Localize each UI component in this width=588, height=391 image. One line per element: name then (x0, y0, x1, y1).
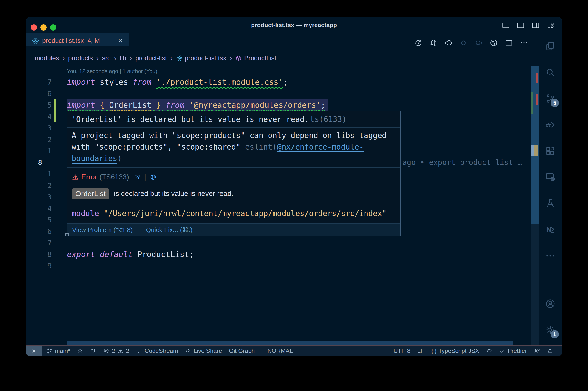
status-item-feedback[interactable] (530, 346, 543, 356)
line-number[interactable]: 3 (26, 122, 67, 134)
breadcrumb-item-product-list-tsx[interactable]: product-list.tsx (176, 54, 227, 62)
live-share-icon (185, 348, 191, 354)
status-item-copilot[interactable] (483, 346, 496, 356)
code-line: 7 (26, 237, 539, 249)
horizontal-scrollbar[interactable] (67, 341, 513, 345)
separator: | (144, 173, 146, 181)
line-number[interactable]: 1 (26, 168, 67, 180)
beaker-icon (545, 198, 556, 209)
code-line: 6 (26, 88, 539, 99)
module-path-row: module"/Users/juri/nrwl/content/myreacta… (67, 204, 400, 223)
git-branch-icon (46, 348, 53, 354)
activity-item-run-debug[interactable] (539, 112, 562, 138)
check-icon (499, 348, 505, 354)
activity-item-search[interactable] (539, 59, 562, 86)
activity-item-settings[interactable]: 1 (539, 317, 562, 343)
code-editor[interactable]: You, 12 seconds ago | 1 author (You)7imp… (26, 66, 539, 345)
remote-indicator-icon (31, 348, 37, 354)
close-tab-icon[interactable]: × (118, 36, 123, 45)
status-item-live-share[interactable]: Live Share (181, 346, 225, 356)
toggle-primary-sidebar-icon[interactable] (502, 21, 510, 29)
line-number[interactable]: 4 (26, 111, 67, 122)
breadcrumb-separator: › (96, 54, 98, 62)
line-number[interactable]: 8 (26, 157, 67, 168)
tab-problems-badge: 4, M (87, 37, 100, 44)
status-item-gitlens-compare[interactable] (86, 346, 100, 356)
ruler-mark-added (531, 92, 533, 114)
bell-icon (547, 348, 553, 354)
status-item-codestream[interactable]: CodeStream (133, 346, 181, 356)
line-number[interactable]: 2 (26, 180, 67, 191)
overview-ruler[interactable] (531, 66, 539, 345)
remote-window-indicator[interactable] (26, 346, 42, 356)
line-number[interactable]: 9 (26, 260, 67, 272)
status-item-git-graph[interactable]: Git Graph (226, 346, 258, 356)
toggle-secondary-sidebar-icon[interactable] (531, 21, 540, 29)
comment-icon (136, 348, 142, 354)
breadcrumb-item-products[interactable]: products (68, 54, 93, 62)
line-number[interactable]: 6 (26, 226, 67, 237)
line-number[interactable]: 7 (26, 237, 67, 249)
docs-globe-icon[interactable] (150, 174, 157, 181)
activity-item-accounts[interactable] (539, 291, 562, 317)
line-number[interactable]: 5 (26, 214, 67, 226)
status-item-publish-changes[interactable] (74, 346, 86, 356)
breadcrumb-item-src[interactable]: src (102, 54, 110, 62)
error-circle-icon (103, 348, 109, 354)
view-problem-link[interactable]: View Problem (⌥F8) (72, 226, 133, 234)
line-number[interactable]: 5 (26, 99, 67, 111)
debug-icon (545, 119, 556, 130)
status-item-problems[interactable]: 22 (100, 346, 133, 356)
breadcrumb-separator: › (230, 54, 232, 62)
activity-item-testing[interactable] (539, 190, 562, 216)
activity-item-source-control[interactable]: 5 (539, 86, 562, 112)
error-triangle-icon (72, 174, 79, 181)
quick-fix-link[interactable]: Quick Fix... (⌘.) (146, 226, 192, 234)
codelens-blame[interactable]: You, 12 seconds ago | 1 author (You) (26, 66, 539, 76)
line-number[interactable]: 7 (26, 76, 67, 88)
status-bar: main*22CodeStreamLive ShareGit Graph-- N… (26, 345, 562, 356)
line-number[interactable]: 6 (26, 88, 67, 99)
toggle-panel-icon[interactable] (516, 21, 525, 29)
activity-bar: 5N1 (539, 33, 562, 345)
activity-item-nx-console[interactable]: N (539, 216, 562, 243)
line-number[interactable]: 2 (26, 134, 67, 145)
activity-item-explorer[interactable] (539, 33, 562, 59)
breadcrumb-item-productlist[interactable]: ProductList (236, 54, 276, 62)
open-external-icon[interactable] (134, 174, 141, 181)
error-message: is declared but its value is never read. (114, 190, 233, 198)
breadcrumb-item-lib[interactable]: lib (120, 54, 126, 62)
window-title: product-list.tsx — myreactapp (26, 17, 562, 33)
line-number[interactable]: 3 (26, 191, 67, 203)
eslint-source-open: eslint( (245, 142, 277, 151)
hover-actions: View Problem (⌥F8) Quick Fix... (⌘.) (67, 223, 400, 236)
line-number[interactable]: 4 (26, 203, 67, 214)
line-number[interactable]: 8 (26, 249, 67, 260)
activity-item-extensions[interactable] (539, 138, 562, 164)
extensions-icon (545, 146, 556, 156)
module-keyword: module (72, 209, 99, 218)
status-item-language-mode[interactable]: { } TypeScript JSX (428, 346, 483, 356)
status-item-git-branch[interactable]: main* (43, 346, 74, 356)
breadcrumb-item-modules[interactable]: modules (35, 54, 59, 62)
account-icon (545, 298, 556, 309)
cloud-upload-icon (77, 348, 83, 354)
status-item-eol[interactable]: LF (414, 346, 428, 356)
module-path: "/Users/juri/nrwl/content/myreactapp/mod… (104, 209, 387, 218)
status-item-notifications[interactable] (543, 346, 557, 356)
breadcrumb-item-product-list[interactable]: product-list (136, 54, 167, 62)
activity-item-remote-explorer[interactable] (539, 164, 562, 190)
status-item-encoding[interactable]: UTF-8 (390, 346, 414, 356)
breadcrumb-separator: › (114, 54, 116, 62)
popup-resize-handle[interactable] (66, 233, 69, 236)
module-icon (236, 55, 242, 61)
line-number[interactable]: 1 (26, 145, 67, 157)
breadcrumb-separator: › (130, 54, 132, 62)
customize-layout-icon[interactable] (546, 21, 555, 29)
line-content: import { OrderList } from '@myreactapp/m… (67, 99, 328, 111)
status-item-prettier[interactable]: Prettier (496, 346, 530, 356)
activity-item-more-views[interactable] (539, 243, 562, 269)
status-item-vim-mode[interactable]: -- NORMAL -- (258, 346, 302, 356)
gitlens-blame-annotation: ago • export product list … (402, 157, 522, 168)
tab-product-list[interactable]: product-list.tsx 4, M × (26, 33, 129, 46)
